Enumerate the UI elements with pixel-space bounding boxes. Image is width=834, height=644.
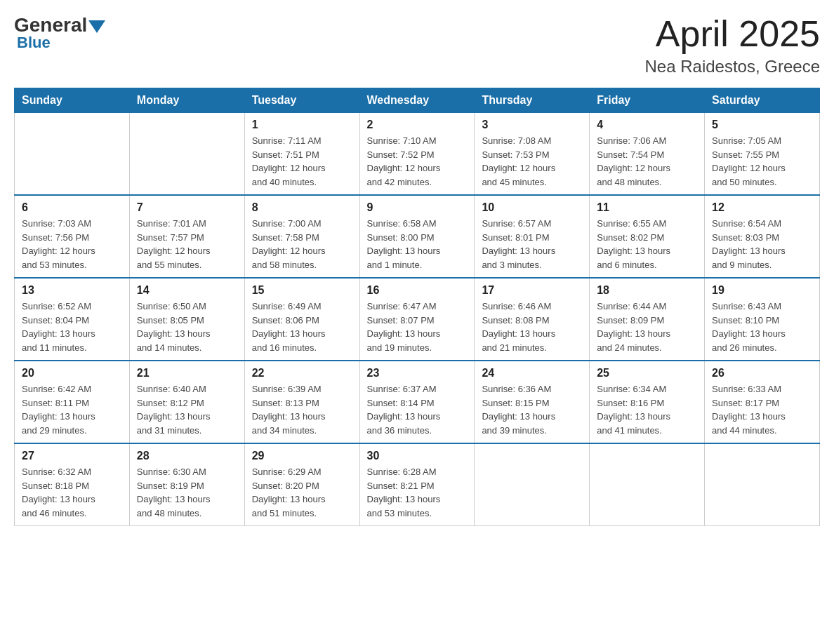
day-info: Sunrise: 7:01 AM Sunset: 7:57 PM Dayligh… bbox=[137, 217, 237, 271]
calendar-cell: 13Sunrise: 6:52 AM Sunset: 8:04 PM Dayli… bbox=[15, 278, 130, 361]
calendar-cell bbox=[15, 113, 130, 196]
calendar-cell bbox=[590, 443, 705, 526]
day-info: Sunrise: 7:10 AM Sunset: 7:52 PM Dayligh… bbox=[367, 134, 468, 189]
day-info: Sunrise: 6:43 AM Sunset: 8:10 PM Dayligh… bbox=[712, 300, 812, 354]
day-number: 2 bbox=[367, 119, 468, 131]
calendar-cell: 17Sunrise: 6:46 AM Sunset: 8:08 PM Dayli… bbox=[475, 278, 590, 361]
day-number: 25 bbox=[597, 367, 697, 380]
day-info: Sunrise: 6:42 AM Sunset: 8:11 PM Dayligh… bbox=[22, 382, 122, 437]
column-header-tuesday: Tuesday bbox=[244, 88, 359, 113]
logo-triangle-icon bbox=[88, 20, 105, 33]
day-info: Sunrise: 7:05 AM Sunset: 7:55 PM Dayligh… bbox=[712, 134, 812, 189]
day-info: Sunrise: 7:00 AM Sunset: 7:58 PM Dayligh… bbox=[252, 217, 352, 271]
day-number: 29 bbox=[252, 450, 352, 462]
calendar-cell bbox=[475, 443, 590, 526]
day-number: 14 bbox=[137, 284, 237, 297]
day-info: Sunrise: 6:58 AM Sunset: 8:00 PM Dayligh… bbox=[367, 217, 468, 271]
column-header-thursday: Thursday bbox=[475, 88, 590, 113]
day-info: Sunrise: 6:39 AM Sunset: 8:13 PM Dayligh… bbox=[252, 382, 352, 437]
calendar-cell: 23Sunrise: 6:37 AM Sunset: 8:14 PM Dayli… bbox=[359, 361, 475, 443]
day-number: 1 bbox=[252, 119, 352, 131]
calendar-header-row: SundayMondayTuesdayWednesdayThursdayFrid… bbox=[15, 88, 820, 113]
day-number: 21 bbox=[137, 367, 237, 380]
day-number: 10 bbox=[482, 201, 582, 214]
day-info: Sunrise: 6:37 AM Sunset: 8:14 PM Dayligh… bbox=[367, 382, 468, 437]
day-number: 20 bbox=[22, 367, 122, 380]
calendar-week-row: 6Sunrise: 7:03 AM Sunset: 7:56 PM Daylig… bbox=[15, 195, 820, 278]
day-number: 26 bbox=[712, 367, 812, 380]
calendar-cell: 7Sunrise: 7:01 AM Sunset: 7:57 PM Daylig… bbox=[129, 195, 244, 278]
day-number: 6 bbox=[22, 201, 122, 214]
day-number: 8 bbox=[252, 201, 352, 214]
day-number: 19 bbox=[712, 284, 812, 297]
day-info: Sunrise: 6:47 AM Sunset: 8:07 PM Dayligh… bbox=[367, 300, 468, 354]
calendar-cell: 4Sunrise: 7:06 AM Sunset: 7:54 PM Daylig… bbox=[590, 113, 705, 196]
calendar-week-row: 27Sunrise: 6:32 AM Sunset: 8:18 PM Dayli… bbox=[15, 443, 820, 526]
day-info: Sunrise: 6:33 AM Sunset: 8:17 PM Dayligh… bbox=[712, 382, 812, 437]
calendar-cell: 25Sunrise: 6:34 AM Sunset: 8:16 PM Dayli… bbox=[590, 361, 705, 443]
day-info: Sunrise: 7:08 AM Sunset: 7:53 PM Dayligh… bbox=[482, 134, 582, 189]
day-number: 5 bbox=[712, 119, 812, 131]
day-number: 4 bbox=[597, 119, 697, 131]
calendar-cell: 18Sunrise: 6:44 AM Sunset: 8:09 PM Dayli… bbox=[590, 278, 705, 361]
calendar-cell: 10Sunrise: 6:57 AM Sunset: 8:01 PM Dayli… bbox=[475, 195, 590, 278]
calendar-cell: 9Sunrise: 6:58 AM Sunset: 8:00 PM Daylig… bbox=[359, 195, 475, 278]
day-number: 13 bbox=[22, 284, 122, 297]
calendar-cell bbox=[129, 113, 244, 196]
logo-blue: Blue bbox=[17, 34, 105, 52]
title-block: April 2025 Nea Raidestos, Greece bbox=[645, 14, 820, 76]
day-info: Sunrise: 6:34 AM Sunset: 8:16 PM Dayligh… bbox=[597, 382, 697, 437]
calendar-cell: 28Sunrise: 6:30 AM Sunset: 8:19 PM Dayli… bbox=[129, 443, 244, 526]
calendar-cell: 27Sunrise: 6:32 AM Sunset: 8:18 PM Dayli… bbox=[15, 443, 130, 526]
column-header-monday: Monday bbox=[129, 88, 244, 113]
day-info: Sunrise: 6:29 AM Sunset: 8:20 PM Dayligh… bbox=[252, 465, 352, 520]
page-header: General Blue April 2025 Nea Raidestos, G… bbox=[14, 14, 820, 76]
calendar-cell: 21Sunrise: 6:40 AM Sunset: 8:12 PM Dayli… bbox=[129, 361, 244, 443]
calendar-cell: 6Sunrise: 7:03 AM Sunset: 7:56 PM Daylig… bbox=[15, 195, 130, 278]
day-info: Sunrise: 6:49 AM Sunset: 8:06 PM Dayligh… bbox=[252, 300, 352, 354]
day-number: 28 bbox=[137, 450, 237, 462]
day-info: Sunrise: 6:30 AM Sunset: 8:19 PM Dayligh… bbox=[137, 465, 237, 520]
calendar-cell: 24Sunrise: 6:36 AM Sunset: 8:15 PM Dayli… bbox=[475, 361, 590, 443]
calendar-cell: 1Sunrise: 7:11 AM Sunset: 7:51 PM Daylig… bbox=[244, 113, 359, 196]
day-info: Sunrise: 6:52 AM Sunset: 8:04 PM Dayligh… bbox=[22, 300, 122, 354]
calendar-week-row: 13Sunrise: 6:52 AM Sunset: 8:04 PM Dayli… bbox=[15, 278, 820, 361]
day-number: 18 bbox=[597, 284, 697, 297]
day-number: 11 bbox=[597, 201, 697, 214]
column-header-friday: Friday bbox=[590, 88, 705, 113]
calendar-cell: 5Sunrise: 7:05 AM Sunset: 7:55 PM Daylig… bbox=[705, 113, 820, 196]
column-header-saturday: Saturday bbox=[705, 88, 820, 113]
day-info: Sunrise: 6:32 AM Sunset: 8:18 PM Dayligh… bbox=[22, 465, 122, 520]
day-number: 7 bbox=[137, 201, 237, 214]
column-header-sunday: Sunday bbox=[15, 88, 130, 113]
day-info: Sunrise: 6:57 AM Sunset: 8:01 PM Dayligh… bbox=[482, 217, 582, 271]
day-number: 9 bbox=[367, 201, 468, 214]
calendar-cell: 12Sunrise: 6:54 AM Sunset: 8:03 PM Dayli… bbox=[705, 195, 820, 278]
calendar-cell: 26Sunrise: 6:33 AM Sunset: 8:17 PM Dayli… bbox=[705, 361, 820, 443]
day-info: Sunrise: 7:11 AM Sunset: 7:51 PM Dayligh… bbox=[252, 134, 352, 189]
day-number: 24 bbox=[482, 367, 582, 380]
calendar-cell: 16Sunrise: 6:47 AM Sunset: 8:07 PM Dayli… bbox=[359, 278, 475, 361]
calendar-cell: 29Sunrise: 6:29 AM Sunset: 8:20 PM Dayli… bbox=[244, 443, 359, 526]
calendar-cell: 14Sunrise: 6:50 AM Sunset: 8:05 PM Dayli… bbox=[129, 278, 244, 361]
calendar-cell: 20Sunrise: 6:42 AM Sunset: 8:11 PM Dayli… bbox=[15, 361, 130, 443]
day-info: Sunrise: 6:46 AM Sunset: 8:08 PM Dayligh… bbox=[482, 300, 582, 354]
calendar-cell: 30Sunrise: 6:28 AM Sunset: 8:21 PM Dayli… bbox=[359, 443, 475, 526]
day-number: 15 bbox=[252, 284, 352, 297]
day-number: 27 bbox=[22, 450, 122, 462]
calendar-week-row: 1Sunrise: 7:11 AM Sunset: 7:51 PM Daylig… bbox=[15, 113, 820, 196]
day-number: 17 bbox=[482, 284, 582, 297]
day-number: 12 bbox=[712, 201, 812, 214]
calendar-week-row: 20Sunrise: 6:42 AM Sunset: 8:11 PM Dayli… bbox=[15, 361, 820, 443]
calendar-cell: 15Sunrise: 6:49 AM Sunset: 8:06 PM Dayli… bbox=[244, 278, 359, 361]
day-info: Sunrise: 7:03 AM Sunset: 7:56 PM Dayligh… bbox=[22, 217, 122, 271]
day-info: Sunrise: 6:50 AM Sunset: 8:05 PM Dayligh… bbox=[137, 300, 237, 354]
day-info: Sunrise: 6:55 AM Sunset: 8:02 PM Dayligh… bbox=[597, 217, 697, 271]
logo: General Blue bbox=[14, 14, 105, 52]
calendar-cell: 8Sunrise: 7:00 AM Sunset: 7:58 PM Daylig… bbox=[244, 195, 359, 278]
day-info: Sunrise: 6:40 AM Sunset: 8:12 PM Dayligh… bbox=[137, 382, 237, 437]
calendar-cell: 3Sunrise: 7:08 AM Sunset: 7:53 PM Daylig… bbox=[475, 113, 590, 196]
calendar-cell bbox=[705, 443, 820, 526]
day-info: Sunrise: 6:44 AM Sunset: 8:09 PM Dayligh… bbox=[597, 300, 697, 354]
day-number: 23 bbox=[367, 367, 468, 380]
